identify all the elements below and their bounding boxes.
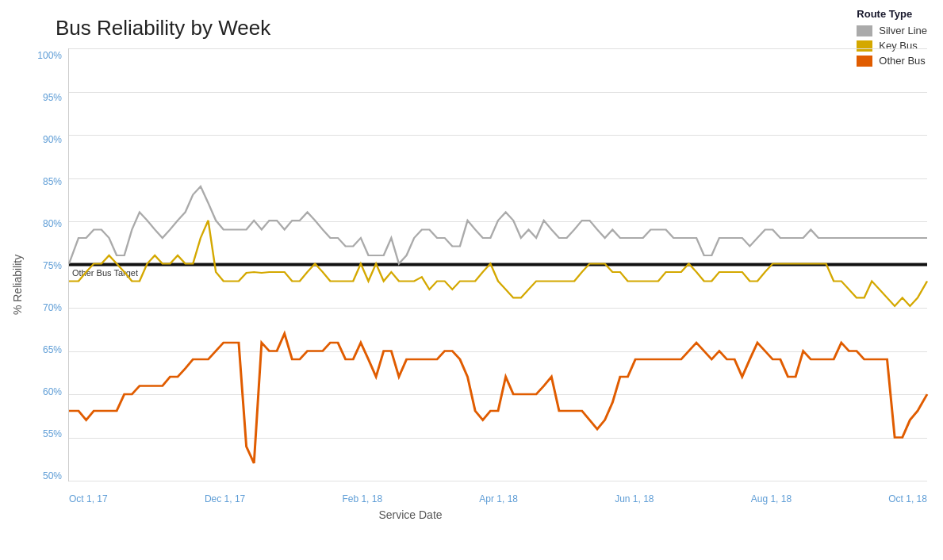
- x-tick-oct18: Oct 1, 18: [888, 493, 927, 504]
- y-tick-85: 85%: [43, 176, 62, 187]
- y-tick-80: 80%: [43, 218, 62, 229]
- x-tick-dec17: Dec 1, 17: [205, 493, 245, 504]
- x-tick-aug18: Aug 1, 18: [751, 493, 792, 504]
- y-tick-65: 65%: [43, 344, 62, 355]
- y-tick-75: 75%: [43, 260, 62, 271]
- chart-svg: [69, 48, 927, 481]
- y-tick-95: 95%: [43, 92, 62, 103]
- plot-and-y: 100% 95% 90% 85% 80% 75% 70% 65% 60% 55%…: [30, 48, 927, 505]
- legend-label-silver: Silver Line: [879, 25, 927, 36]
- x-tick-feb18: Feb 1, 18: [342, 493, 382, 504]
- legend-title: Route Type: [857, 8, 927, 20]
- chart-container: Bus Reliability by Week Route Type Silve…: [0, 0, 943, 560]
- x-tick-oct17: Oct 1, 17: [69, 493, 108, 504]
- grid-line-50: [69, 481, 927, 481]
- y-tick-50: 50%: [43, 470, 62, 481]
- x-axis: Oct 1, 17 Dec 1, 17 Feb 1, 18 Apr 1, 18 …: [69, 493, 927, 504]
- silver-line: [69, 186, 927, 263]
- x-tick-apr18: Apr 1, 18: [479, 493, 518, 504]
- x-axis-label: Service Date: [378, 508, 442, 521]
- chart-inner: 100% 95% 90% 85% 80% 75% 70% 65% 60% 55%…: [30, 48, 927, 521]
- x-label-row: Service Date: [68, 505, 927, 521]
- y-tick-60: 60%: [43, 386, 62, 397]
- y-tick-100: 100%: [37, 50, 62, 61]
- chart-title: Bus Reliability by Week: [56, 16, 927, 40]
- chart-area: % Reliability 100% 95% 90% 85% 80% 75% 7…: [8, 48, 927, 521]
- legend-swatch-silver: [857, 25, 872, 36]
- y-tick-55: 55%: [43, 428, 62, 439]
- otherbus-line: [69, 333, 927, 462]
- plot-area: Other Bus Target: [68, 48, 927, 481]
- y-tick-90: 90%: [43, 134, 62, 145]
- legend-item-silver: Silver Line: [857, 25, 927, 36]
- y-tick-70: 70%: [43, 302, 62, 313]
- y-ticks: 100% 95% 90% 85% 80% 75% 70% 65% 60% 55%…: [30, 48, 68, 505]
- y-axis-label: % Reliability: [8, 48, 27, 521]
- x-tick-jun18: Jun 1, 18: [615, 493, 654, 504]
